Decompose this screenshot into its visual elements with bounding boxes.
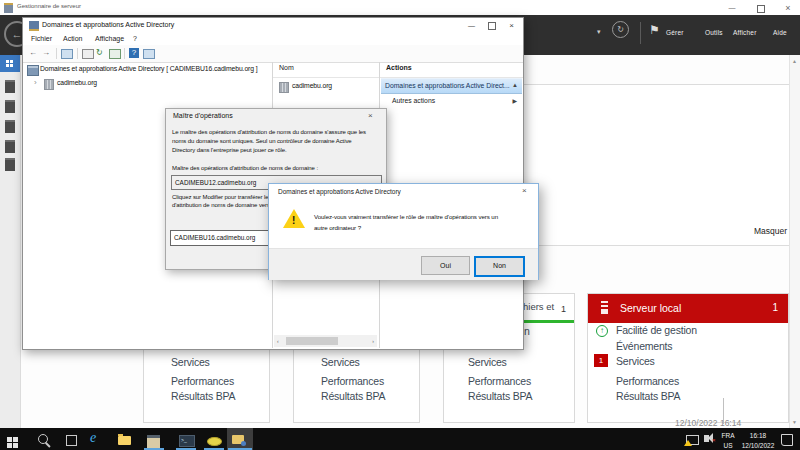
scroll-down-icon[interactable]: ▼	[792, 419, 797, 425]
no-button[interactable]: Non	[474, 256, 525, 277]
expander-icon[interactable]: ›	[34, 78, 37, 87]
tile-services-link[interactable]: Services	[171, 356, 210, 368]
tile-services-link[interactable]: Services	[321, 356, 360, 368]
properties-icon[interactable]	[82, 49, 94, 59]
shell-titlebar: Gestionnaire de serveur — ×	[0, 0, 800, 16]
console-taskbar-icon[interactable]: >_	[179, 435, 195, 447]
submenu-arrow-icon: ▶	[512, 97, 517, 104]
ad-domains-taskbar-icon[interactable]	[232, 435, 244, 444]
clock[interactable]: 16:18 12/10/2022	[738, 431, 778, 450]
tile-performance-link[interactable]: Performances	[171, 375, 234, 387]
close-button[interactable]: ×	[503, 20, 520, 31]
services-link[interactable]: Services	[616, 355, 655, 367]
back-icon[interactable]: ←	[29, 48, 37, 57]
minimize-button[interactable]: —	[463, 20, 480, 31]
toolbar-divider	[56, 48, 57, 59]
minimize-button[interactable]: —	[724, 3, 740, 13]
actions-autres-item[interactable]: Autres actions	[392, 97, 435, 104]
horizontal-scrollbar[interactable]: ‹ ›	[274, 335, 377, 347]
refresh-icon[interactable]: ↻	[612, 21, 629, 38]
menu-gerer[interactable]: Gérer	[666, 29, 684, 36]
breadcrumb-caret-icon[interactable]: ▾	[597, 28, 601, 36]
scroll-left-icon[interactable]: ‹	[277, 338, 279, 344]
toolbar-divider	[77, 48, 78, 59]
menu-affichage[interactable]: Affichage	[95, 35, 124, 42]
refresh-icon[interactable]: ↻	[96, 48, 103, 57]
header-divider	[273, 77, 379, 78]
tree-root-item[interactable]: Domaines et approbations Active Director…	[40, 65, 258, 72]
bpa-link[interactable]: Résultats BPA	[616, 390, 680, 402]
server-manager-taskbar-icon[interactable]	[147, 435, 160, 448]
yes-button[interactable]: Oui	[421, 256, 470, 275]
collapse-icon[interactable]: ▲	[512, 82, 518, 88]
scroll-up-icon[interactable]: ▲	[792, 58, 797, 64]
dashboard-grid-icon	[6, 60, 9, 63]
tile-services-link[interactable]: Services	[468, 356, 507, 368]
tree-domain-item[interactable]: cadimebu.org	[57, 79, 97, 86]
refresh-timestamp: 12/10/2022 16:14	[675, 418, 741, 428]
export-list-icon[interactable]	[109, 49, 121, 59]
tile-count: 1	[561, 304, 566, 314]
manageability-ok-icon: ↑	[596, 325, 608, 337]
file-explorer-icon[interactable]	[118, 436, 131, 445]
network-icon[interactable]	[686, 435, 699, 445]
menu-action[interactable]: Action	[63, 35, 82, 42]
list-view-icon[interactable]	[143, 49, 155, 59]
performance-link[interactable]: Performances	[616, 375, 679, 387]
sidebar-item-all-servers[interactable]	[5, 100, 15, 113]
search-icon[interactable]	[38, 434, 48, 444]
maximize-button[interactable]	[488, 22, 496, 30]
tile-bpa-link[interactable]: Résultats BPA	[321, 390, 385, 402]
ad-toolbar: ← → ↻ ?	[23, 45, 523, 63]
server-manager-sidebar	[0, 55, 21, 428]
tile-performance-link[interactable]: Performances	[321, 375, 384, 387]
actions-group-row[interactable]: Domaines et approbations Active Direct..…	[381, 78, 522, 94]
close-button[interactable]: ×	[780, 3, 796, 13]
task-view-icon[interactable]	[66, 435, 77, 446]
console-tree-icon[interactable]	[61, 49, 73, 59]
local-server-count: 1	[772, 302, 778, 313]
menu-help[interactable]: ?	[133, 35, 137, 42]
notifications-flag-icon[interactable]: ⚑	[649, 23, 660, 37]
sidebar-item-dashboard[interactable]	[0, 55, 20, 72]
start-button[interactable]	[7, 437, 12, 442]
clock-date: 12/10/2022	[738, 441, 778, 450]
actions-header: Actions	[386, 64, 412, 71]
menu-outils[interactable]: Outils	[705, 29, 723, 36]
list-item-domain[interactable]: cadimebu.org	[292, 82, 332, 89]
menu-aide[interactable]: Aide	[773, 29, 787, 36]
sidebar-item-file-services[interactable]	[5, 158, 15, 171]
dialog-title: Maître d'opérations	[173, 112, 233, 119]
tile-performance-link[interactable]: Performances	[468, 375, 531, 387]
menu-fichier[interactable]: Fichier	[31, 35, 52, 42]
speaker-icon[interactable]: ×	[704, 435, 709, 442]
close-icon[interactable]: ×	[368, 111, 373, 120]
events-link[interactable]: Événements	[616, 340, 672, 352]
manageability-link[interactable]: Facilité de gestion	[616, 324, 697, 336]
forward-icon[interactable]: →	[42, 48, 50, 57]
dialog-title: Domaines et approbations Active Director…	[278, 188, 401, 195]
menu-afficher[interactable]: Afficher	[733, 29, 757, 36]
action-center-icon[interactable]	[781, 434, 793, 446]
scrollbar-thumb[interactable]	[286, 337, 338, 345]
warning-exclamation: !	[292, 215, 295, 226]
internet-explorer-icon[interactable]: e	[90, 430, 96, 446]
column-header-name[interactable]: Nom	[279, 64, 294, 71]
dashboard-scrollbar[interactable]: ▲ ▼	[789, 55, 800, 428]
toolbar-divider	[124, 48, 125, 59]
close-icon[interactable]: ×	[522, 186, 527, 195]
hide-welcome-link[interactable]: Masquer	[754, 226, 787, 236]
sidebar-item-ad-ds[interactable]	[5, 120, 15, 133]
language-indicator[interactable]: FRA US	[718, 431, 738, 450]
audio-muted-x: ×	[712, 437, 716, 443]
sidebar-item-local-server[interactable]	[5, 80, 15, 93]
help-icon[interactable]: ?	[129, 48, 139, 58]
tile-bpa-link[interactable]: Résultats BPA	[468, 390, 532, 402]
sidebar-item-dns[interactable]	[5, 140, 15, 153]
maximize-button[interactable]	[757, 5, 765, 13]
local-server-tile-header[interactable]: Serveur local 1	[588, 294, 788, 323]
scroll-right-icon[interactable]: ›	[372, 338, 374, 344]
message-line: autre ordinateur ?	[314, 224, 361, 231]
tile-bpa-link[interactable]: Résultats BPA	[171, 390, 235, 402]
disk-taskbar-icon[interactable]	[207, 437, 222, 446]
